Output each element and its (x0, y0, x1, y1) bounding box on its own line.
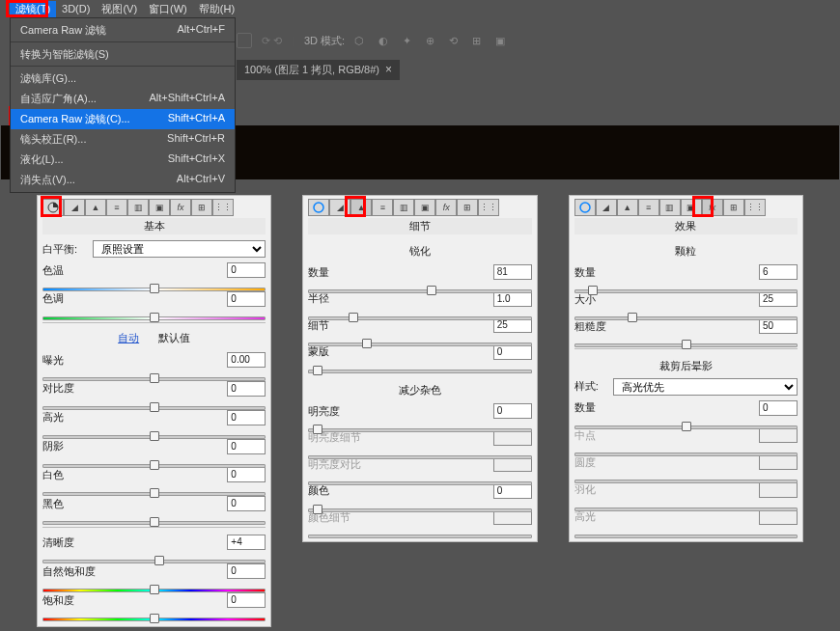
whites-value[interactable]: 0 (227, 467, 266, 482)
wb-select[interactable]: 原照设置 (93, 240, 266, 258)
highlights-value[interactable]: 0 (227, 410, 266, 425)
nr-lum-label: 明亮度 (308, 404, 364, 419)
contrast-slider[interactable] (42, 400, 266, 404)
sh-amount-label: 数量 (308, 265, 364, 280)
sh-radius-slider[interactable] (308, 311, 531, 313)
saturation-slider[interactable] (42, 612, 266, 616)
gr-amount-value[interactable]: 6 (759, 264, 798, 280)
clarity-slider[interactable] (42, 554, 266, 558)
gr-amount-slider[interactable] (574, 284, 798, 286)
exposure-value[interactable]: 0.00 (227, 352, 266, 368)
menu-help[interactable]: 帮助(H) (193, 1, 240, 17)
clarity-value[interactable]: +4 (227, 535, 266, 550)
tab-fx-icon[interactable]: fx (435, 199, 457, 216)
sh-mask-slider[interactable] (308, 364, 531, 366)
dd-adaptive-wide[interactable]: 自适应广角(A)...Alt+Shift+Ctrl+A (11, 89, 235, 109)
panel-detail: ◢ ▲ ≡ ▥ ▣ fx ⊞ ⋮⋮ 细节 锐化 数量81 半径1.0 细节25 … (302, 195, 537, 542)
tab-curve-icon[interactable]: ◢ (329, 199, 350, 216)
tab-curve-icon[interactable]: ◢ (64, 199, 85, 216)
sh-mask-value[interactable]: 0 (493, 344, 532, 360)
vig-style-select[interactable]: 高光优先 (613, 378, 798, 396)
tab-preset-icon[interactable]: ⋮⋮ (478, 199, 499, 216)
tab-lens-icon[interactable]: ▣ (681, 199, 702, 216)
tint-value[interactable]: 0 (227, 291, 266, 307)
dd-filter-gallery[interactable]: 滤镜库(G)... (11, 69, 235, 89)
shadows-value[interactable]: 0 (227, 439, 266, 454)
tab-lens-icon[interactable]: ▣ (149, 199, 170, 216)
tab-fx-icon[interactable]: fx (170, 199, 191, 216)
default-link[interactable]: 默认值 (158, 331, 190, 345)
tab-split-icon[interactable]: ▥ (659, 199, 681, 216)
iconbar-effects: ◢ ▲ ≡ ▥ ▣ fx ⊞ ⋮⋮ (574, 199, 798, 216)
tab-split-icon[interactable]: ▥ (393, 199, 414, 216)
tab-fx-icon[interactable]: fx (702, 199, 723, 216)
tab-hsl-icon[interactable]: ≡ (372, 199, 393, 216)
menu-view[interactable]: 视图(V) (96, 1, 143, 17)
section-noise: 减少杂色 (308, 383, 531, 398)
vig-amount-value[interactable]: 0 (759, 400, 798, 416)
shadows-slider[interactable] (42, 458, 266, 462)
dd-liquify[interactable]: 液化(L)...Shift+Ctrl+X (11, 150, 235, 170)
tab-basic-icon[interactable] (574, 199, 596, 216)
tab-curve-icon[interactable]: ◢ (596, 199, 617, 216)
tab-split-icon[interactable]: ▥ (127, 199, 149, 216)
tab-detail-icon[interactable]: ▲ (617, 199, 638, 216)
sh-radius-label: 半径 (308, 291, 364, 306)
sh-amount-value[interactable]: 81 (493, 264, 532, 280)
tab-hsl-icon[interactable]: ≡ (106, 199, 127, 216)
sh-detail-slider[interactable] (308, 337, 531, 339)
tab-preset-icon[interactable]: ⋮⋮ (744, 199, 766, 216)
gr-rough-slider[interactable] (574, 338, 798, 340)
menu-filter[interactable]: 滤镜(T) (10, 1, 56, 17)
gr-rough-value[interactable]: 50 (759, 318, 798, 334)
exposure-slider[interactable] (42, 371, 266, 375)
vig-mid-value (759, 427, 798, 443)
filter-dropdown: Camera Raw 滤镜Alt+Ctrl+F 转换为智能滤镜(S) 滤镜库(G… (10, 17, 236, 193)
highlights-slider[interactable] (42, 429, 266, 433)
nr-color-value[interactable]: 0 (493, 483, 532, 499)
menu-window[interactable]: 窗口(W) (143, 1, 193, 17)
gr-size-value[interactable]: 25 (759, 291, 798, 307)
doc-tabs: 100% (图层 1 拷贝, RGB/8#) × (237, 58, 400, 81)
tab-cal-icon[interactable]: ⊞ (723, 199, 744, 216)
dd-camera-raw-filter[interactable]: Camera Raw 滤镜(C)...Shift+Ctrl+A (11, 109, 235, 129)
whites-slider[interactable] (42, 486, 266, 490)
tab-preset-icon[interactable]: ⋮⋮ (212, 199, 234, 216)
blacks-slider[interactable] (42, 515, 266, 519)
sh-amount-slider[interactable] (308, 284, 531, 286)
tab-hsl-icon[interactable]: ≡ (638, 199, 659, 216)
temp-value[interactable]: 0 (227, 262, 266, 278)
auto-link[interactable]: 自动 (118, 331, 139, 345)
vig-amount-slider[interactable] (574, 420, 798, 422)
mode-3d-label: 3D 模式: (304, 34, 345, 48)
tab-basic-icon[interactable] (42, 199, 64, 216)
doc-tab[interactable]: 100% (图层 1 拷贝, RGB/8#) × (237, 60, 400, 80)
nr-color-slider[interactable] (308, 503, 531, 505)
tab-detail-icon[interactable]: ▲ (85, 199, 106, 216)
exposure-label: 曝光 (42, 353, 98, 368)
vibrance-slider[interactable] (42, 583, 266, 587)
dd-last-filter[interactable]: Camera Raw 滤镜Alt+Ctrl+F (11, 20, 235, 42)
tint-slider[interactable] (42, 311, 266, 315)
nr-lum-slider[interactable] (308, 423, 531, 425)
gr-rough-label: 粗糙度 (574, 319, 630, 334)
tab-detail-icon[interactable]: ▲ (350, 199, 372, 216)
dd-lens-correction[interactable]: 镜头校正(R)...Shift+Ctrl+R (11, 129, 235, 150)
dd-vanishing-point[interactable]: 消失点(V)...Alt+Ctrl+V (11, 170, 235, 190)
nr-lum-value[interactable]: 0 (493, 403, 532, 419)
close-icon[interactable]: × (385, 63, 392, 76)
saturation-value[interactable]: 0 (227, 592, 266, 608)
tab-cal-icon[interactable]: ⊞ (191, 199, 212, 216)
contrast-value[interactable]: 0 (227, 381, 266, 397)
tab-cal-icon[interactable]: ⊞ (457, 199, 478, 216)
gr-size-slider[interactable] (574, 311, 798, 313)
vibrance-value[interactable]: 0 (227, 563, 266, 579)
tab-lens-icon[interactable]: ▣ (414, 199, 435, 216)
iconbar-detail: ◢ ▲ ≡ ▥ ▣ fx ⊞ ⋮⋮ (308, 199, 531, 216)
temp-slider[interactable] (42, 282, 266, 286)
blacks-value[interactable]: 0 (227, 496, 266, 511)
tab-basic-icon[interactable] (308, 199, 329, 216)
dd-convert-smart[interactable]: 转换为智能滤镜(S) (11, 44, 235, 67)
tool-icon[interactable] (237, 33, 252, 48)
menu-3d[interactable]: 3D(D) (56, 2, 96, 15)
